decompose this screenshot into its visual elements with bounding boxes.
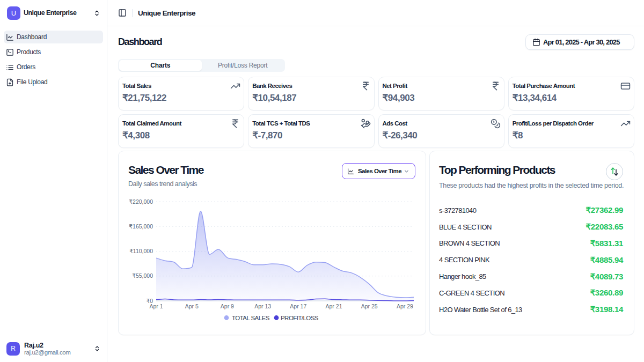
svg-text:₹220,000: ₹220,000 [129, 198, 153, 205]
svg-text:Apr 9: Apr 9 [221, 303, 234, 309]
svg-text:Apr 25: Apr 25 [361, 303, 378, 309]
svg-text:Apr 1: Apr 1 [149, 303, 163, 309]
svg-text:Apr 13: Apr 13 [254, 303, 271, 309]
svg-text:Apr 17: Apr 17 [290, 303, 306, 309]
svg-text:Apr 5: Apr 5 [185, 303, 199, 309]
svg-text:₹55,000: ₹55,000 [132, 272, 153, 279]
svg-text:TOTAL SALES: TOTAL SALES [232, 315, 270, 321]
svg-text:₹110,000: ₹110,000 [129, 248, 153, 254]
svg-text:Apr 29: Apr 29 [397, 303, 413, 309]
svg-text:₹165,000: ₹165,000 [129, 223, 153, 230]
svg-text:PROFIT/LOSS: PROFIT/LOSS [281, 315, 319, 321]
svg-text:Apr 21: Apr 21 [326, 303, 342, 309]
